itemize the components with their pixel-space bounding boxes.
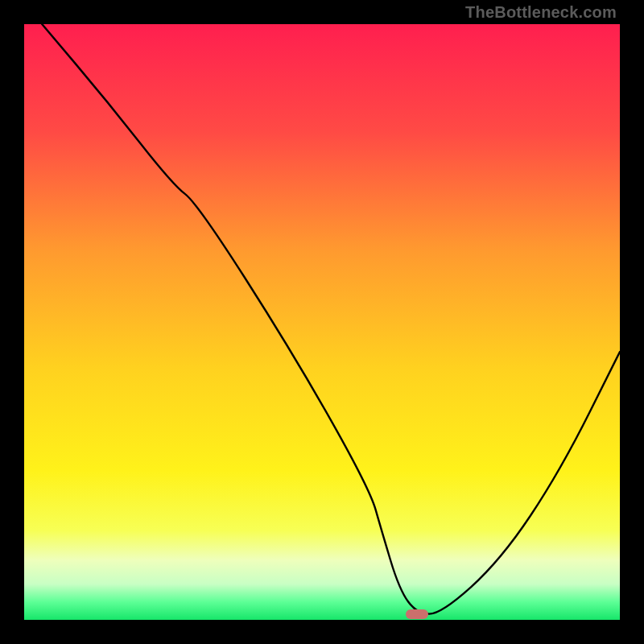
chart-frame: TheBottleneck.com <box>0 0 644 644</box>
bottleneck-curve <box>24 24 620 620</box>
watermark-text: TheBottleneck.com <box>465 3 617 22</box>
plot-area <box>24 24 620 620</box>
optimal-marker <box>406 609 428 619</box>
